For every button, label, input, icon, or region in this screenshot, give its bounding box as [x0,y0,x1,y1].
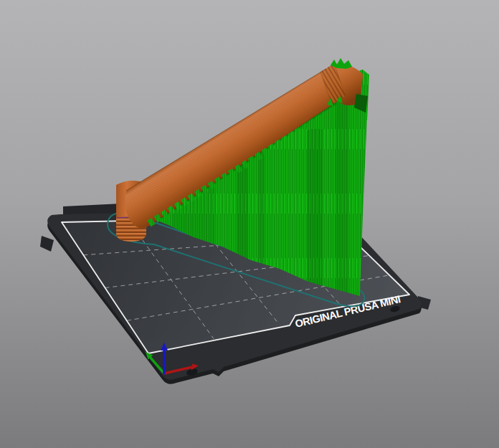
bed-left-tab [40,236,54,252]
scene-canvas: ORIGINAL PRUSA MINI [0,0,499,448]
slicer-3d-viewport[interactable]: ORIGINAL PRUSA MINI [0,0,499,448]
